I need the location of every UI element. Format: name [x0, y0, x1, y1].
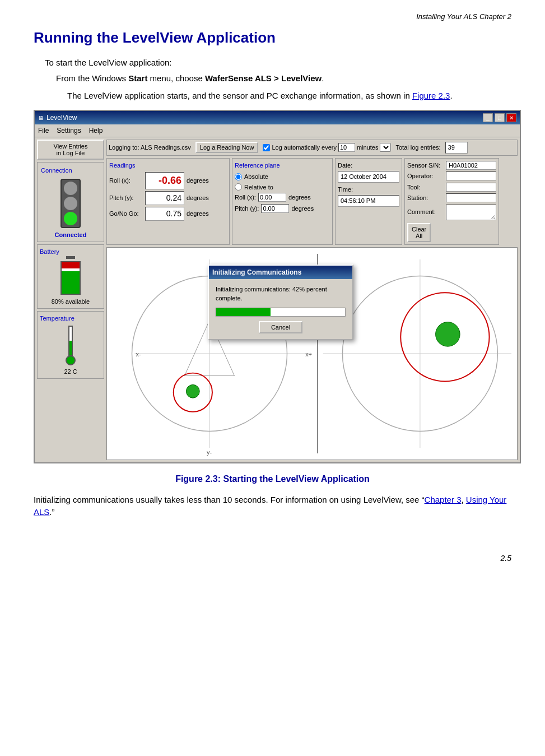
date-value: 12 October 2004 — [338, 171, 399, 183]
absolute-radio[interactable] — [235, 173, 242, 180]
pitch-unit: degrees — [187, 193, 209, 203]
gonogo-row: Go/No Go: 0.75 degrees — [109, 207, 227, 221]
connected-status: Connected — [40, 230, 101, 240]
thermo-fill — [69, 341, 72, 355]
connection-label: Connection — [40, 165, 101, 177]
svg-point-15 — [436, 322, 460, 346]
chapter-header: Installing Your ALS Chapter 2 — [34, 11, 511, 22]
ref-roll-field[interactable] — [258, 193, 286, 202]
operator-label: Operator: — [407, 171, 444, 181]
pitch-row: Pitch (y): 0.24 degrees — [109, 191, 227, 205]
left-panel: View Entriesin Log File Connection Conne… — [37, 140, 104, 460]
comment-label: Comment: — [407, 207, 444, 217]
svg-text:x+: x+ — [305, 350, 312, 357]
tool-label: Tool: — [407, 183, 444, 192]
window-controls: _ □ ✕ — [483, 113, 516, 122]
window-title-left: 🖥 LevelView — [38, 113, 77, 123]
clear-all-button[interactable]: ClearAll — [407, 223, 431, 242]
gonogo-label: Go/No Go: — [109, 209, 143, 219]
restore-button[interactable]: □ — [495, 113, 505, 122]
tool-field[interactable] — [446, 183, 496, 192]
green-light — [64, 212, 77, 225]
progress-bar-container — [216, 308, 346, 317]
station-row: Station: — [407, 193, 496, 203]
ref-roll-label: Roll (x): — [235, 193, 256, 202]
temperature-label: Temperature — [40, 314, 101, 323]
roll-value: -0.66 — [145, 172, 184, 189]
window-titlebar: 🖥 LevelView _ □ ✕ — [35, 111, 520, 124]
logging-label: Logging to: ALS Readings.csv — [109, 143, 191, 152]
svg-text:y-: y- — [207, 449, 212, 456]
bullet-item-1: From the Windows Start menu, choose Wafe… — [56, 72, 511, 85]
page-title: Running the LevelView Application — [34, 27, 511, 49]
screenshot-window: 🖥 LevelView _ □ ✕ File Settings Help Vie… — [34, 110, 521, 463]
absolute-label: Absolute — [244, 172, 268, 182]
temp-value: 22 C — [40, 367, 101, 377]
window-title: LevelView — [46, 113, 77, 123]
indent-para: The LevelView application starts, and th… — [67, 90, 511, 103]
figure-link[interactable]: Figure 2.3 — [412, 91, 450, 100]
close-button[interactable]: ✕ — [506, 113, 516, 122]
dialog-btn-row: Cancel — [216, 321, 346, 333]
roll-label: Roll (x): — [109, 176, 143, 185]
sensor-sn-label: Sensor S/N: — [407, 161, 444, 170]
menu-help[interactable]: Help — [89, 126, 103, 136]
menu-settings[interactable]: Settings — [57, 126, 81, 136]
minimize-button[interactable]: _ — [483, 113, 493, 122]
log-reading-button[interactable]: Log a Reading Now — [195, 142, 259, 153]
auto-log-unit: minutes — [357, 143, 379, 152]
view-entries-button[interactable]: View Entriesin Log File — [37, 140, 104, 160]
page-number: 2.5 — [34, 553, 511, 564]
auto-log-value[interactable] — [338, 143, 355, 152]
svg-text:x-: x- — [136, 350, 141, 357]
temperature-panel: Temperature 22 C — [37, 311, 104, 379]
tool-row: Tool: — [407, 183, 496, 192]
pitch-value: 0.24 — [145, 191, 184, 205]
comment-field[interactable] — [446, 205, 496, 220]
battery-fill-green — [62, 271, 80, 293]
dialog-message: Initializing communications: 42% percent… — [216, 285, 346, 303]
auto-log-dropdown[interactable] — [380, 143, 391, 152]
total-entries-label: Total log entries: — [395, 143, 440, 152]
datetime-box: Date: 12 October 2004 Time: 04:56:10 PM — [335, 158, 402, 245]
time-label: Time: — [338, 185, 399, 194]
station-label: Station: — [407, 193, 444, 203]
battery-label: Battery — [40, 247, 101, 257]
battery-top — [66, 256, 75, 259]
operator-field[interactable] — [446, 171, 496, 180]
thermo-tube — [68, 326, 73, 356]
date-label: Date: — [338, 161, 399, 170]
svg-point-9 — [186, 384, 199, 398]
battery-visual — [60, 261, 81, 295]
menu-file[interactable]: File — [38, 126, 49, 136]
comment-row: Comment: — [407, 205, 496, 220]
connection-panel: Connection Connected — [37, 162, 104, 242]
readings-title: Readings — [109, 161, 227, 170]
progress-fill — [216, 308, 271, 316]
auto-log-label: Log automatically every — [272, 143, 337, 152]
cancel-button[interactable]: Cancel — [259, 321, 302, 333]
intro-text: To start the LevelView application: — [45, 57, 511, 69]
ref-pitch-field[interactable] — [261, 204, 289, 213]
relative-radio[interactable] — [235, 183, 242, 191]
ref-plane-box: Reference plane Absolute Relative to Rol… — [232, 158, 333, 245]
gonogo-unit: degrees — [187, 209, 209, 219]
station-field[interactable] — [446, 193, 496, 202]
pitch-label: Pitch (y): — [109, 193, 143, 203]
ref-roll-unit: degrees — [288, 193, 311, 202]
main-area: Logging to: ALS Readings.csv Log a Readi… — [106, 140, 518, 460]
ref-title: Reference plane — [235, 161, 330, 170]
chapter3-link[interactable]: Chapter 3 — [425, 495, 462, 504]
graph-area: x- x+ y- — [106, 247, 518, 460]
readings-box: Readings Roll (x): -0.66 degrees Pitch (… — [106, 158, 230, 245]
dialog-body: Initializing communications: 42% percent… — [209, 279, 352, 339]
total-entries-value: 39 — [445, 142, 468, 154]
sensor-sn-field[interactable] — [446, 161, 496, 170]
auto-log-checkbox[interactable] — [263, 144, 270, 151]
yellow-light — [64, 197, 77, 210]
battery-fill-red — [62, 262, 80, 268]
window-icon: 🖥 — [38, 114, 44, 122]
auto-log-area: Log automatically every minutes — [263, 143, 391, 152]
thermometer — [65, 326, 76, 365]
roll-row: Roll (x): -0.66 degrees — [109, 172, 227, 189]
